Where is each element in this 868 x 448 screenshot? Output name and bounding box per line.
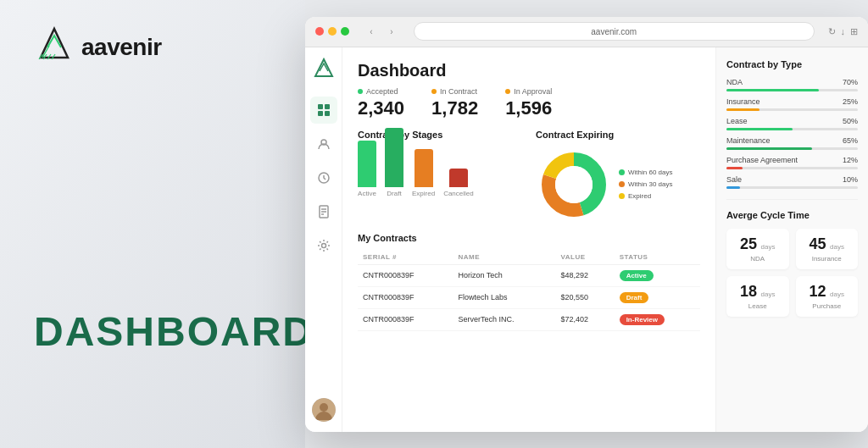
address-bar[interactable]: aavenir.com — [414, 22, 815, 41]
stats-row: Accepted 2,340 In Contract 1,782 — [358, 87, 700, 119]
cell-status: Draft — [615, 286, 700, 308]
add-tab-button[interactable]: ⊞ — [850, 26, 858, 37]
incontract-dot — [431, 89, 437, 94]
svg-rect-2 — [318, 111, 323, 116]
donut-section: Within 60 days Within 30 days Expired — [536, 147, 700, 223]
ct-percent: 65% — [843, 136, 858, 145]
ct-header: Insurance 25% — [726, 97, 858, 106]
accepted-dot — [358, 89, 363, 94]
bar-cancelled-fill — [449, 169, 468, 187]
contracts-table: SERIAL # NAME VALUE STATUS CNTR000839F H… — [358, 250, 700, 331]
sidebar-item-dashboard[interactable] — [310, 97, 337, 124]
sidebar-logo-icon — [312, 58, 336, 81]
ct-bar-fill — [726, 167, 743, 169]
stat-accepted-label: Accepted — [358, 87, 404, 96]
browser-controls: ‹ › — [363, 23, 400, 40]
ct-label: NDA — [726, 78, 743, 86]
stat-accepted-value: 2,340 — [358, 97, 404, 119]
ct-label: Maintenance — [726, 136, 771, 145]
col-name: NAME — [453, 250, 556, 265]
cycle-type-label: Purchase — [803, 302, 852, 310]
ct-label: Lease — [726, 117, 748, 125]
svg-rect-1 — [325, 104, 330, 109]
ct-percent: 10% — [843, 175, 858, 184]
refresh-button[interactable]: ↻ — [828, 26, 836, 37]
bar-chart: Active Draft Expired Cancelled — [358, 147, 522, 214]
user-avatar[interactable] — [312, 398, 336, 422]
stat-incontract-label: In Contract — [431, 87, 478, 96]
bar-cancelled: Cancelled — [443, 169, 474, 197]
ct-bar-fill — [726, 108, 760, 111]
tl-yellow[interactable] — [328, 27, 337, 36]
stat-inapproval: In Approval 1,596 — [505, 87, 552, 119]
cycle-unit: days — [761, 290, 776, 298]
ct-bar-bg — [726, 128, 858, 130]
contract-type-row: Purchase Agreement 12% — [726, 156, 858, 169]
ct-bar-bg — [726, 89, 858, 91]
ct-header: Lease 50% — [726, 117, 858, 125]
svg-rect-0 — [318, 104, 323, 109]
svg-rect-3 — [325, 111, 330, 116]
page-title: Dashboard — [358, 61, 700, 80]
ct-label: Sale — [726, 175, 742, 184]
contract-types-list: NDA 70% Insurance 25% Lease 50% Maintena… — [726, 78, 858, 189]
ct-header: NDA 70% — [726, 78, 858, 86]
table-row[interactable]: CNTR000839F ServerTech INC. $72,402 In-R… — [358, 308, 700, 330]
cell-serial: CNTR000839F — [358, 286, 453, 308]
bar-draft: Draft — [385, 128, 403, 197]
stat-inapproval-value: 1,596 — [505, 97, 552, 119]
bar-active: Active — [358, 141, 376, 197]
contract-type-row: Sale 10% — [726, 175, 858, 189]
logo-icon — [34, 25, 75, 69]
cell-name: Flowtech Labs — [453, 286, 556, 308]
dashboard-label: DASHBOARD — [34, 308, 314, 355]
sidebar-item-history[interactable] — [310, 164, 337, 191]
cell-serial: CNTR000839F — [358, 264, 453, 286]
cycle-unit: days — [830, 290, 844, 298]
legend-expired: Expired — [619, 192, 672, 200]
cell-status: In-Review — [615, 308, 700, 330]
tl-red[interactable] — [315, 27, 324, 36]
main-content: Dashboard Accepted 2,340 In Contract — [342, 47, 715, 432]
cycle-time-grid: 25 days NDA 45 days Insurance 18 days Le… — [726, 229, 858, 317]
bar-active-fill — [358, 141, 376, 187]
ct-percent: 25% — [843, 97, 858, 106]
ct-percent: 12% — [843, 156, 858, 164]
sidebar-item-documents[interactable] — [310, 198, 337, 225]
legend-expired-dot — [619, 193, 625, 199]
app-window: ‹ › aavenir.com ↻ ↓ ⊞ — [305, 17, 868, 432]
my-contracts-title: My Contracts — [358, 233, 700, 243]
cycle-type-label: Insurance — [803, 255, 852, 263]
sidebar-item-settings[interactable] — [310, 232, 337, 259]
table-row[interactable]: CNTR000839F Horizon Tech $48,292 Active — [358, 264, 700, 286]
legend-60days-dot — [619, 169, 625, 175]
download-button[interactable]: ↓ — [841, 26, 846, 37]
bar-draft-fill — [385, 128, 403, 187]
cycle-days: 45 — [810, 235, 826, 252]
ct-bar-bg — [726, 167, 858, 169]
right-panel: Contract by Type NDA 70% Insurance 25% L… — [715, 47, 868, 432]
logo-text: aavenir — [81, 34, 162, 61]
ct-header: Purchase Agreement 12% — [726, 156, 858, 164]
cycle-days: 12 — [810, 283, 826, 300]
cycle-unit: days — [761, 243, 776, 251]
cycle-type-label: NDA — [733, 255, 782, 263]
contract-type-row: NDA 70% — [726, 78, 858, 91]
cycle-days-value: 12 days — [803, 283, 852, 301]
legend-60days: Within 60 days — [619, 169, 672, 176]
forward-button[interactable]: › — [383, 23, 400, 40]
bar-cancelled-label: Cancelled — [443, 190, 474, 197]
ct-percent: 50% — [843, 117, 858, 125]
sidebar-item-users[interactable] — [310, 130, 337, 158]
dash-header: Dashboard Accepted 2,340 In Contract — [358, 61, 700, 119]
table-row[interactable]: CNTR000839F Flowtech Labs $20,550 Draft — [358, 286, 700, 308]
contract-type-row: Lease 50% — [726, 117, 858, 130]
ct-bar-bg — [726, 147, 858, 150]
contract-type-row: Maintenance 65% — [726, 136, 858, 150]
cycle-days: 18 — [740, 283, 757, 300]
cycle-days-value: 18 days — [733, 283, 782, 301]
app-content: Dashboard Accepted 2,340 In Contract — [305, 47, 868, 432]
tl-green[interactable] — [341, 27, 349, 36]
bar-active-label: Active — [358, 190, 376, 197]
back-button[interactable]: ‹ — [363, 23, 380, 40]
